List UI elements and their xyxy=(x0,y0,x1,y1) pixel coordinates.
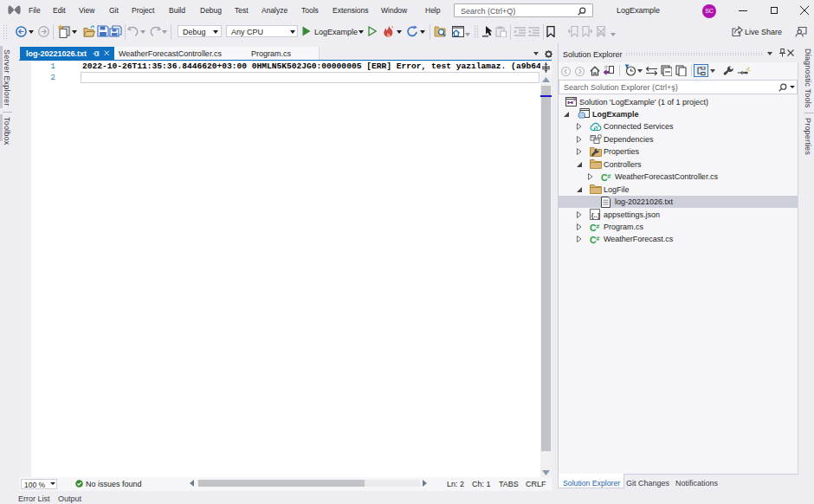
svg-text:#: # xyxy=(596,223,600,230)
svg-text:#: # xyxy=(596,235,600,242)
svg-text:#: # xyxy=(607,172,611,180)
svg-text:{..}: {..} xyxy=(591,211,601,219)
